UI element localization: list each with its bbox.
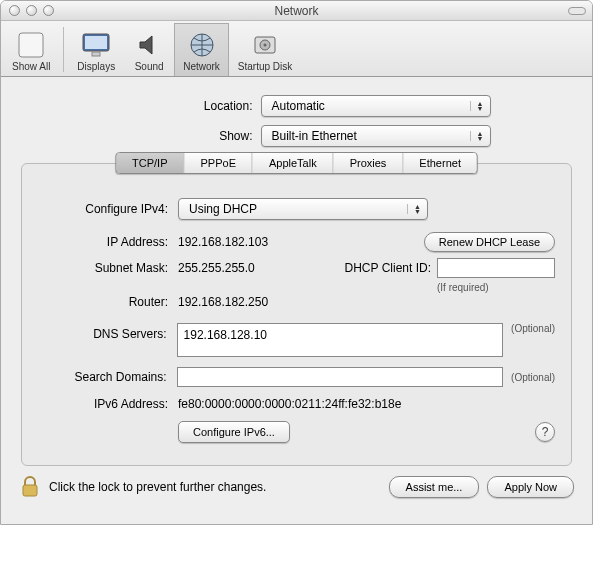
search-domains-optional-hint: (Optional) (511, 372, 555, 383)
toolbar-label: Displays (77, 61, 115, 72)
ipv6-address-label: IPv6 Address: (38, 397, 168, 411)
select-arrows-icon: ▲▼ (470, 101, 486, 111)
tab-pppoe[interactable]: PPPoE (185, 153, 253, 173)
toolbar-network[interactable]: Network (174, 23, 229, 76)
configure-ipv4-value: Using DHCP (189, 202, 257, 216)
speaker-icon (133, 29, 165, 61)
select-arrows-icon: ▲▼ (470, 131, 486, 141)
svg-rect-8 (23, 485, 37, 496)
show-select[interactable]: Built-in Ethernet ▲▼ (261, 125, 491, 147)
toolbar-pill-button[interactable] (568, 7, 586, 15)
router-label: Router: (38, 295, 168, 309)
svg-point-7 (264, 44, 267, 47)
show-label: Show: (103, 129, 253, 143)
show-select-value: Built-in Ethernet (272, 129, 357, 143)
svg-rect-0 (19, 33, 43, 57)
toolbar-separator (63, 27, 64, 72)
location-label: Location: (103, 99, 253, 113)
assist-me-button[interactable]: Assist me... (389, 476, 480, 498)
window-title: Network (1, 4, 592, 18)
dns-optional-hint: (Optional) (511, 323, 555, 334)
location-select-value: Automatic (272, 99, 325, 113)
dhcp-client-id-input[interactable] (437, 258, 555, 278)
toolbar-label: Sound (135, 61, 164, 72)
toolbar: Show All Displays Sound Network Startup (1, 21, 592, 77)
toolbar-label: Show All (12, 61, 50, 72)
router-value: 192.168.182.250 (178, 295, 268, 309)
tab-proxies[interactable]: Proxies (334, 153, 404, 173)
configure-ipv4-select[interactable]: Using DHCP ▲▼ (178, 198, 428, 220)
tab-tcpip[interactable]: TCP/IP (116, 153, 184, 173)
toolbar-show-all[interactable]: Show All (3, 23, 59, 76)
apple-grid-icon (15, 29, 47, 61)
configure-ipv6-button[interactable]: Configure IPv6... (178, 421, 290, 443)
dns-servers-label: DNS Servers: (38, 323, 167, 341)
configure-ipv4-label: Configure IPv4: (38, 202, 168, 216)
toolbar-startup-disk[interactable]: Startup Disk (229, 23, 301, 76)
settings-tabset: TCP/IP PPPoE AppleTalk Proxies Ethernet … (21, 163, 572, 466)
tab-ethernet[interactable]: Ethernet (403, 153, 477, 173)
search-domains-input[interactable] (177, 367, 504, 387)
svg-rect-2 (85, 36, 107, 49)
disk-icon (249, 29, 281, 61)
ip-address-label: IP Address: (38, 235, 168, 249)
tabs-bar: TCP/IP PPPoE AppleTalk Proxies Ethernet (115, 152, 478, 174)
lock-text: Click the lock to prevent further change… (49, 480, 266, 494)
dns-servers-input[interactable] (177, 323, 504, 357)
dhcp-client-id-hint: (If required) (437, 282, 555, 293)
toolbar-displays[interactable]: Displays (68, 23, 124, 76)
renew-dhcp-lease-button[interactable]: Renew DHCP Lease (424, 232, 555, 252)
subnet-mask-value: 255.255.255.0 (178, 261, 308, 275)
lock-icon[interactable] (19, 476, 41, 498)
footer: Click the lock to prevent further change… (1, 466, 592, 512)
select-arrows-icon: ▲▼ (407, 204, 423, 214)
content-area: Location: Automatic ▲▼ Show: Built-in Et… (1, 77, 592, 524)
dhcp-client-id-label: DHCP Client ID: (345, 261, 431, 275)
display-icon (80, 29, 112, 61)
toolbar-sound[interactable]: Sound (124, 23, 174, 76)
toolbar-label: Network (183, 61, 220, 72)
apply-now-button[interactable]: Apply Now (487, 476, 574, 498)
tab-appletalk[interactable]: AppleTalk (253, 153, 334, 173)
help-button[interactable]: ? (535, 422, 555, 442)
globe-icon (186, 29, 218, 61)
svg-rect-3 (92, 52, 100, 56)
ip-address-value: 192.168.182.103 (178, 235, 358, 249)
location-select[interactable]: Automatic ▲▼ (261, 95, 491, 117)
search-domains-label: Search Domains: (38, 370, 167, 384)
subnet-mask-label: Subnet Mask: (38, 261, 168, 275)
toolbar-label: Startup Disk (238, 61, 292, 72)
titlebar: Network (1, 1, 592, 21)
ipv6-address-value: fe80:0000:0000:0000:0211:24ff:fe32:b18e (178, 397, 401, 411)
